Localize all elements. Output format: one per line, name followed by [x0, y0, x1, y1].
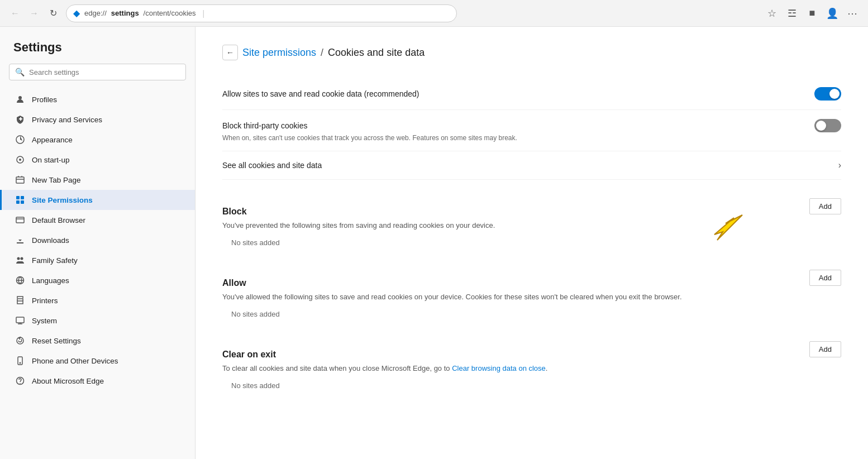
toggle-track-on — [814, 87, 841, 101]
clear-on-exit-desc: To clear all cookies and site data when … — [222, 364, 841, 372]
svg-rect-6 — [21, 196, 24, 199]
clear-on-exit-desc-end: . — [546, 364, 548, 372]
site-permissions-icon — [15, 195, 25, 205]
collections-button[interactable]: ☲ — [783, 4, 801, 22]
reload-button[interactable]: ↻ — [45, 5, 61, 22]
sidebar-item-label: Appearance — [32, 136, 73, 144]
block-add-button[interactable]: Add — [809, 198, 841, 214]
svg-rect-9 — [16, 217, 24, 223]
sidebar-title: Settings — [0, 40, 195, 64]
sidebar-item-label: System — [32, 317, 57, 325]
block-third-party-desc: When on, sites can't use cookies that tr… — [222, 134, 613, 142]
printers-icon — [15, 295, 25, 305]
sidebar-item-phone-devices[interactable]: Phone and Other Devices — [0, 351, 195, 371]
block-header-row: Block Add — [222, 193, 841, 219]
more-button[interactable]: ⋯ — [843, 4, 861, 22]
separator-line: | — [203, 9, 205, 18]
sidebar-item-site-permissions[interactable]: Site Permissions — [0, 190, 195, 210]
sidebar-item-label: On start-up — [32, 156, 70, 164]
languages-icon — [15, 275, 25, 285]
sidebar-item-label: Default Browser — [32, 216, 85, 224]
allow-desc: You've allowed the following sites to sa… — [222, 293, 841, 301]
sidebar-item-label: Reset Settings — [32, 337, 81, 345]
forward-button[interactable]: → — [26, 5, 42, 22]
sidebar-item-languages[interactable]: Languages — [0, 270, 195, 290]
sidebar-item-privacy[interactable]: Privacy and Services — [0, 109, 195, 130]
sidebar-item-label: Family Safety — [32, 256, 78, 265]
chevron-right-icon: › — [838, 160, 841, 170]
sidebar-item-profiles[interactable]: Profiles — [0, 89, 195, 109]
svg-point-10 — [17, 257, 20, 260]
block-header: Block — [222, 207, 247, 217]
profile-button[interactable]: 👤 — [823, 4, 841, 22]
block-third-party-toggle[interactable] — [814, 119, 841, 132]
sidebar-item-label: New Tab Page — [32, 176, 81, 184]
sidebar-item-label: Privacy and Services — [32, 116, 102, 124]
sidebar-item-reset-settings[interactable]: Reset Settings — [0, 331, 195, 351]
sidebar-item-label: Printers — [32, 297, 58, 305]
default-browser-icon — [15, 215, 25, 225]
browser-chrome: ← → ↻ ◆ edge:// settings /content/cookie… — [0, 0, 868, 27]
sidebar-item-family-safety[interactable]: Family Safety — [0, 250, 195, 270]
favorites-button[interactable]: ☆ — [763, 4, 781, 22]
sidebar-item-downloads[interactable]: Downloads — [0, 230, 195, 250]
sidebar-item-system[interactable]: System — [0, 310, 195, 331]
phone-devices-icon — [15, 356, 25, 366]
svg-rect-5 — [16, 196, 20, 199]
search-input[interactable] — [29, 68, 180, 76]
svg-point-0 — [18, 96, 22, 99]
svg-rect-8 — [21, 200, 24, 204]
nav-buttons: ← → ↻ — [7, 5, 61, 22]
clear-on-exit-header: Clear on exit — [222, 350, 276, 360]
sidebar-item-printers[interactable]: Printers — [0, 290, 195, 310]
back-breadcrumb-button[interactable]: ← — [222, 45, 238, 60]
address-bar[interactable]: ◆ edge:// settings /content/cookies | — [66, 4, 457, 22]
svg-point-11 — [21, 257, 23, 260]
allow-add-button[interactable]: Add — [809, 270, 841, 286]
about-icon — [15, 376, 25, 386]
clear-on-exit-add-button[interactable]: Add — [809, 341, 841, 357]
sidebar-item-default-browser[interactable]: Default Browser — [0, 210, 195, 230]
sidebar-item-label: Phone and Other Devices — [32, 357, 118, 365]
sidebar-item-label: Downloads — [32, 236, 69, 245]
breadcrumb-current: Cookies and site data — [328, 47, 425, 59]
startup-icon — [15, 155, 25, 165]
clear-browsing-data-link[interactable]: Clear browsing data on close — [452, 364, 546, 372]
appearance-icon — [15, 135, 25, 145]
sidebar-item-label: Languages — [32, 276, 69, 285]
sidebar-item-new-tab[interactable]: New Tab Page — [0, 170, 195, 190]
sidebar-item-about[interactable]: About Microsoft Edge — [0, 371, 195, 391]
breadcrumb-separator: / — [321, 47, 323, 59]
toggle-thumb — [829, 89, 840, 99]
search-box[interactable]: 🔍 — [9, 64, 186, 80]
back-button[interactable]: ← — [7, 5, 23, 22]
allow-sites-row: Allow sites to save and read cookie data… — [222, 78, 841, 110]
address-bold: settings — [111, 9, 139, 17]
svg-point-17 — [20, 362, 20, 363]
privacy-icon — [15, 114, 25, 125]
sidebar-item-on-startup[interactable]: On start-up — [0, 150, 195, 170]
allow-sites-toggle[interactable] — [814, 87, 841, 101]
system-icon — [15, 315, 25, 326]
allow-header: Allow — [222, 278, 246, 288]
svg-rect-7 — [16, 200, 20, 204]
svg-rect-14 — [16, 317, 24, 323]
svg-rect-4 — [16, 177, 24, 183]
block-desc: You've prevented the following sites fro… — [222, 221, 841, 230]
sidebar-item-label: About Microsoft Edge — [32, 377, 104, 385]
family-safety-icon — [15, 255, 25, 265]
toggle-track-off — [814, 119, 841, 132]
profiles-icon — [15, 94, 25, 104]
address-suffix: /content/cookies — [144, 9, 196, 17]
breadcrumb: ← Site permissions / Cookies and site da… — [222, 45, 841, 60]
clear-on-exit-header-row: Clear on exit Add — [222, 336, 841, 362]
sidebar-item-appearance[interactable]: Appearance — [0, 130, 195, 150]
extensions-button[interactable]: ■ — [803, 4, 821, 22]
allow-no-sites: No sites added — [222, 305, 841, 323]
allow-section: Allow Add You've allowed the following s… — [222, 265, 841, 323]
see-all-cookies-row[interactable]: See all cookies and site data › — [222, 151, 841, 180]
breadcrumb-link[interactable]: Site permissions — [242, 47, 316, 59]
search-icon: 🔍 — [15, 68, 25, 76]
see-all-cookies-label: See all cookies and site data — [222, 161, 322, 170]
clear-on-exit-section: Clear on exit Add To clear all cookies a… — [222, 336, 841, 394]
